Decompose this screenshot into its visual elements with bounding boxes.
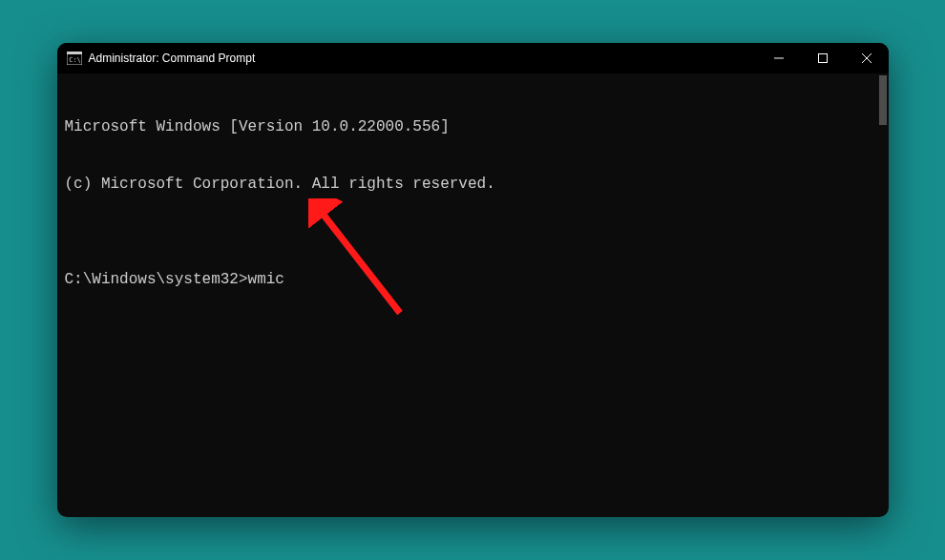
command-prompt-window: C:\ Administrator: Command Prompt Micros… bbox=[57, 43, 889, 517]
window-title: Administrator: Command Prompt bbox=[89, 52, 757, 65]
prompt-path: C:\Windows\system32> bbox=[65, 271, 248, 288]
cmd-icon: C:\ bbox=[67, 52, 82, 65]
svg-rect-1 bbox=[67, 52, 82, 54]
svg-text:C:\: C:\ bbox=[69, 56, 81, 64]
svg-rect-3 bbox=[818, 54, 827, 63]
output-line: (c) Microsoft Corporation. All rights re… bbox=[65, 175, 881, 194]
output-line: Microsoft Windows [Version 10.0.22000.55… bbox=[65, 117, 881, 136]
minimize-button[interactable] bbox=[757, 43, 801, 73]
window-controls bbox=[757, 43, 889, 73]
scrollbar-thumb[interactable] bbox=[879, 75, 887, 125]
prompt-line: C:\Windows\system32>wmic bbox=[65, 270, 881, 289]
terminal-content[interactable]: Microsoft Windows [Version 10.0.22000.55… bbox=[57, 73, 889, 517]
typed-command: wmic bbox=[248, 271, 284, 288]
titlebar[interactable]: C:\ Administrator: Command Prompt bbox=[57, 43, 889, 73]
close-button[interactable] bbox=[845, 43, 889, 73]
maximize-button[interactable] bbox=[801, 43, 845, 73]
